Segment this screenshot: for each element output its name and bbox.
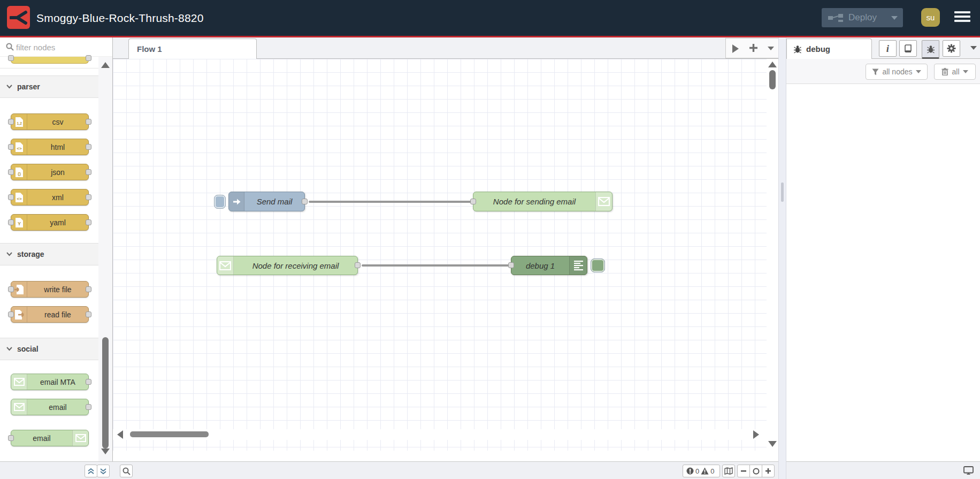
canvas-vscrollbar[interactable] xyxy=(767,59,778,451)
debug-tab-button[interactable] xyxy=(922,40,939,59)
node-port[interactable] xyxy=(8,311,14,317)
node-port[interactable] xyxy=(86,169,91,175)
debug-clear-button[interactable]: all xyxy=(934,64,976,80)
sidebar-resize-handle[interactable] xyxy=(778,37,786,479)
trash-icon xyxy=(941,68,948,75)
category-social[interactable]: social xyxy=(0,338,98,360)
envelope-icon xyxy=(72,430,88,446)
palette-node-yaml[interactable]: Y yaml xyxy=(11,214,89,231)
open-debug-window-button[interactable] xyxy=(963,466,974,477)
wire[interactable] xyxy=(362,264,509,267)
palette-node-xml[interactable]: <> xml xyxy=(11,189,89,206)
envelope-icon xyxy=(217,256,234,275)
zoom-out-button[interactable] xyxy=(738,465,749,477)
canvas-hscrollbar[interactable] xyxy=(113,429,778,440)
node-label: Node for sending email xyxy=(473,192,595,211)
sidebar-menu-icon[interactable] xyxy=(970,46,977,50)
palette-node-write-file[interactable]: write file xyxy=(11,281,89,298)
node-port[interactable] xyxy=(8,119,14,125)
app-header: Smoggy-Blue-Rock-Thrush-8820 Deploy su xyxy=(0,0,980,37)
palette-node-csv[interactable]: 1,2 csv xyxy=(11,113,89,130)
flow-list-dropdown-icon[interactable] xyxy=(768,47,774,50)
deploy-button[interactable]: Deploy xyxy=(822,8,903,27)
tab-debug[interactable]: debug xyxy=(786,39,872,59)
input-port[interactable] xyxy=(470,199,476,204)
scroll-up-icon[interactable] xyxy=(768,62,777,67)
palette-search[interactable] xyxy=(0,37,112,57)
category-parser[interactable]: parser xyxy=(0,75,98,98)
node-port[interactable] xyxy=(86,286,91,292)
bug-icon xyxy=(793,45,802,54)
category-label: social xyxy=(17,338,39,360)
add-flow-button[interactable] xyxy=(748,43,759,53)
node-send-mail[interactable]: Send mail xyxy=(228,192,305,211)
resize-grip[interactable] xyxy=(781,183,784,202)
debug-filter-button[interactable]: all nodes xyxy=(866,64,928,80)
inject-trigger-button[interactable] xyxy=(214,195,226,209)
palette-node-email-mta[interactable]: email MTA xyxy=(11,374,89,390)
node-port[interactable] xyxy=(8,55,14,61)
output-port[interactable] xyxy=(302,199,308,204)
debug-toolbar: all nodes all xyxy=(786,59,980,84)
palette-node-read-file[interactable]: read file xyxy=(11,306,89,323)
output-port[interactable] xyxy=(355,262,361,268)
node-port[interactable] xyxy=(86,219,91,225)
flow-canvas[interactable]: Send mail Node for sending email Node fo… xyxy=(113,59,778,451)
notification-counts[interactable]: 0 0 xyxy=(683,465,720,477)
palette-node-html[interactable]: <> html xyxy=(11,139,89,155)
palette-node-partial[interactable] xyxy=(11,57,89,64)
next-tab-icon[interactable] xyxy=(732,44,739,53)
warning-icon xyxy=(701,467,709,475)
category-storage[interactable]: storage xyxy=(0,243,98,265)
expand-categories-button[interactable] xyxy=(97,465,110,477)
scroll-down-icon[interactable] xyxy=(768,441,777,447)
node-port[interactable] xyxy=(86,194,91,200)
flow-tab-label: Flow 1 xyxy=(137,39,256,59)
node-port[interactable] xyxy=(86,379,91,385)
palette-node-json[interactable]: {} json xyxy=(11,164,89,180)
canvas-vscrollbar-thumb[interactable] xyxy=(769,70,776,89)
filter-nodes-input[interactable] xyxy=(16,40,96,55)
node-port[interactable] xyxy=(86,119,91,125)
tab-flow-1[interactable]: Flow 1 xyxy=(128,39,257,59)
help-tab-button[interactable] xyxy=(899,40,917,57)
node-port[interactable] xyxy=(86,55,91,61)
deploy-dropdown-icon[interactable] xyxy=(891,16,898,20)
collapse-categories-button[interactable] xyxy=(85,465,97,477)
palette-node-email-out[interactable]: email xyxy=(11,430,89,446)
palette-scroll-down-icon[interactable] xyxy=(101,448,110,454)
config-tab-button[interactable] xyxy=(943,40,960,57)
canvas-hscrollbar-thumb[interactable] xyxy=(130,431,209,437)
search-flows-button[interactable] xyxy=(120,465,133,477)
node-port[interactable] xyxy=(8,169,14,175)
wire[interactable] xyxy=(309,201,471,203)
workspace-footer: 0 0 xyxy=(113,461,778,479)
input-port[interactable] xyxy=(508,262,514,268)
user-avatar[interactable]: su xyxy=(921,8,940,27)
zoom-in-button[interactable] xyxy=(762,465,774,477)
zoom-reset-button[interactable] xyxy=(749,465,762,477)
debug-toggle-button[interactable] xyxy=(591,258,605,272)
node-port[interactable] xyxy=(8,286,14,292)
node-port[interactable] xyxy=(8,194,14,200)
node-port[interactable] xyxy=(86,144,91,150)
scroll-left-icon[interactable] xyxy=(117,430,123,439)
navigator-toggle-button[interactable] xyxy=(722,465,735,477)
debug-messages-panel[interactable] xyxy=(786,84,980,461)
node-for-receiving-email[interactable]: Node for receiving email xyxy=(217,256,358,275)
node-port[interactable] xyxy=(8,435,14,441)
node-debug-1[interactable]: debug 1 xyxy=(511,256,587,275)
palette-scroll-up-icon[interactable] xyxy=(101,62,110,68)
palette-scrollbar-thumb[interactable] xyxy=(102,337,109,448)
node-port[interactable] xyxy=(86,311,91,317)
node-port[interactable] xyxy=(8,144,14,150)
palette-node-email-in[interactable]: email xyxy=(11,399,89,415)
chevron-down-icon xyxy=(963,70,968,73)
info-tab-button[interactable]: i xyxy=(879,40,897,57)
scroll-right-icon[interactable] xyxy=(753,430,759,439)
node-port[interactable] xyxy=(8,219,14,225)
node-for-sending-email[interactable]: Node for sending email xyxy=(473,192,612,211)
main-menu-button[interactable] xyxy=(954,11,970,25)
node-port[interactable] xyxy=(86,404,91,410)
node-palette: parser 1,2 csv <> html {} json xyxy=(0,37,113,461)
